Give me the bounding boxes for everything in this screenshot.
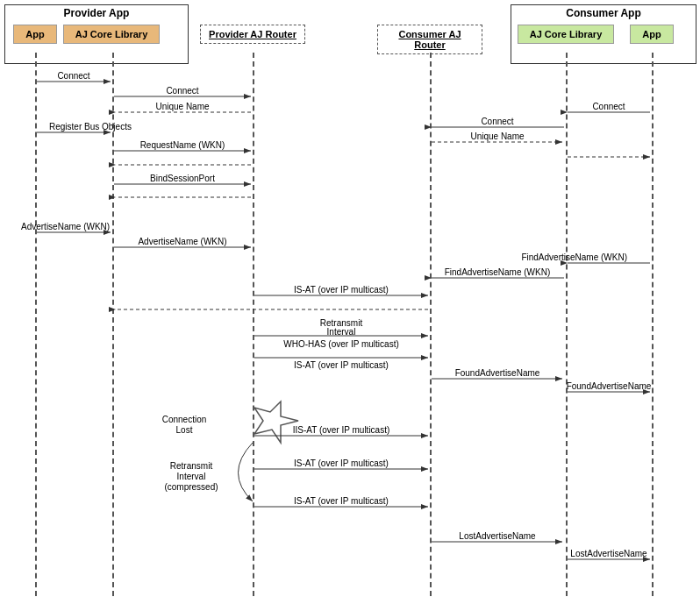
msg-iis-at-label: IIS-AT (over IP multicast) (293, 425, 390, 435)
sequence-arrows: Connect Connect Unique Name Register Bus… (0, 0, 700, 604)
msg-connect1-label: Connect (57, 71, 89, 81)
msg-isat4-label: IS-AT (over IP multicast) (294, 496, 389, 506)
actor-provider-router: Provider AJ Router (200, 25, 305, 44)
msg-found2-label: FoundAdvertiseName (567, 381, 652, 391)
msg-conn-lost1: Connection (162, 415, 207, 424)
msg-find2-label: FindAdvertiseName (WKN) (445, 267, 551, 277)
msg-connect3-label: Connect (592, 102, 625, 111)
msg-isat2-label: IS-AT (over IP multicast) (294, 360, 389, 370)
provider-group-label: Provider App (5, 5, 188, 21)
msg-unique-name1-label: Unique Name (155, 102, 210, 111)
msg-connect2-label: Connect (166, 86, 198, 96)
msg-isat3-label: IS-AT (over IP multicast) (294, 458, 389, 468)
msg-whohas-label: WHO-HAS (over IP multicast) (283, 339, 399, 349)
lifeline-lib1 (112, 53, 114, 596)
retransmit-loop (239, 443, 254, 501)
msg-conn-lost2: Lost (176, 425, 193, 435)
msg-bindsession-label: BindSessionPort (150, 174, 215, 183)
lifeline-consumer-router (430, 53, 432, 596)
diagram-container: Provider App Consumer App App AJ Core Li… (0, 0, 700, 604)
starburst-icon (254, 401, 298, 443)
msg-requestname-label: RequestName (WKN) (140, 140, 225, 150)
actor-lib2: AJ Core Library (518, 25, 614, 44)
msg-retransmit2-label2: Interval (177, 472, 206, 481)
msg-lost1-label: LostAdvertiseName (459, 531, 536, 541)
msg-register-label: Register Bus Objects (49, 122, 132, 131)
msg-retransmit2-label1: Retransmit (170, 461, 213, 471)
msg-find1-label: FindAdvertiseName (WKN) (521, 252, 627, 262)
actor-consumer-router: Consumer AJ Router (377, 25, 482, 54)
actor-lib1: AJ Core Library (63, 25, 160, 44)
lifeline-lib2 (566, 53, 568, 596)
actor-app1: App (13, 25, 57, 44)
msg-advertisename2-label: AdvertiseName (WKN) (138, 237, 226, 246)
lifeline-app1 (35, 53, 37, 596)
actor-app2: App (630, 25, 674, 44)
msg-found1-label: FoundAdvertiseName (455, 368, 540, 378)
msg-retransmit-interval-label: Retransmit (320, 318, 363, 328)
consumer-group-label: Consumer App (511, 5, 696, 21)
msg-retransmit2-label3: (compressed) (164, 482, 218, 492)
msg-lost2-label: LostAdvertiseName (570, 549, 647, 558)
msg-unique-name2-label: Unique Name (470, 131, 525, 141)
msg-connect4-label: Connect (481, 117, 513, 126)
lifeline-app2 (652, 53, 654, 596)
lifeline-provider-router (253, 53, 254, 596)
msg-retransmit-interval-label2: Interval (327, 327, 356, 337)
msg-isat1-label: IS-AT (over IP multicast) (294, 285, 389, 295)
